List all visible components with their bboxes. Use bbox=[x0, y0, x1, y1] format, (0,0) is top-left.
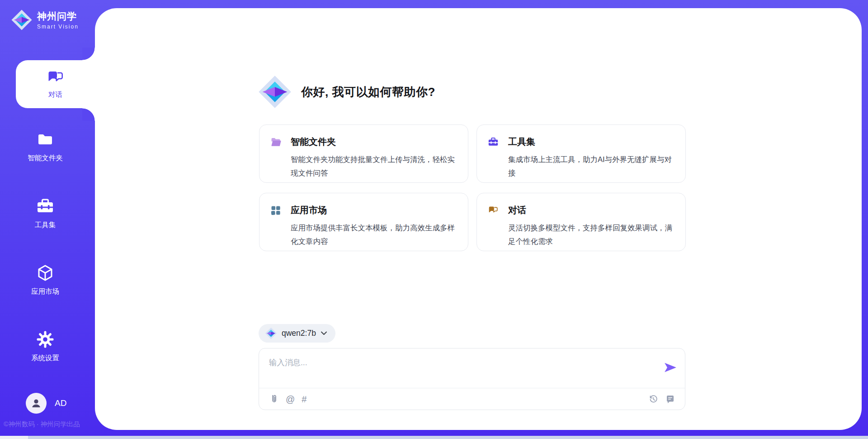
page-title: 你好, 我可以如何帮助你? bbox=[301, 84, 435, 100]
toolbox-icon bbox=[36, 197, 54, 215]
sidebar-item-smart-folder[interactable]: 智能文件夹 bbox=[0, 130, 90, 163]
sidebar-item-toolbox[interactable]: 工具集 bbox=[0, 197, 90, 230]
quick-reply-icon[interactable] bbox=[665, 395, 675, 404]
message-input[interactable] bbox=[259, 348, 685, 387]
greeting: 你好, 我可以如何帮助你? bbox=[258, 74, 435, 110]
chat-bubbles-icon bbox=[488, 205, 499, 216]
sidebar-item-label: 系统设置 bbox=[31, 353, 59, 363]
app-grid-icon bbox=[270, 205, 281, 216]
card-title: 应用市场 bbox=[291, 204, 327, 216]
card-smart-folder[interactable]: 智能文件夹 智能文件夹功能支持批量文件上传与清洗，轻松实现文件问答 bbox=[259, 124, 468, 183]
card-description: 集成市场上主流工具，助力AI与外界无缝扩展与对接 bbox=[488, 153, 674, 180]
avatar bbox=[26, 393, 47, 414]
brand-gem-icon bbox=[11, 9, 33, 31]
composer-divider bbox=[259, 388, 685, 388]
sidebar-footer-credit: ©神州数码 · 神州问学出品 bbox=[4, 420, 99, 429]
card-title: 工具集 bbox=[508, 136, 535, 148]
hashtag-icon[interactable]: # bbox=[302, 395, 307, 404]
cube-icon bbox=[36, 264, 54, 282]
model-selector[interactable]: qwen2:7b bbox=[259, 324, 335, 343]
send-icon[interactable] bbox=[664, 362, 677, 373]
feature-cards: 智能文件夹 智能文件夹功能支持批量文件上传与清洗，轻松实现文件问答 工具集 集成… bbox=[259, 124, 686, 251]
chat-bubbles-icon bbox=[47, 69, 65, 87]
user-name: AD bbox=[55, 398, 66, 408]
brand: 神州问学 Smart Vision bbox=[11, 9, 79, 31]
folder-icon bbox=[36, 130, 54, 148]
composer-actions bbox=[648, 393, 675, 406]
sidebar-item-chat[interactable]: 对话 bbox=[16, 60, 95, 108]
history-icon[interactable] bbox=[648, 394, 658, 404]
mention-icon[interactable]: @ bbox=[286, 395, 295, 404]
composer-tools: @ # bbox=[269, 393, 307, 406]
app-background: 神州问学 Smart Vision 对话 智能文件夹 工具集 bbox=[0, 0, 868, 439]
sidebar-item-label: 应用市场 bbox=[31, 287, 59, 296]
chevron-down-icon bbox=[321, 331, 327, 335]
sidebar-item-app-market[interactable]: 应用市场 bbox=[0, 264, 90, 296]
person-icon bbox=[30, 397, 42, 409]
open-folder-icon bbox=[270, 137, 281, 148]
briefcase-icon bbox=[488, 137, 499, 148]
sidebar-item-label: 对话 bbox=[48, 90, 62, 100]
gear-icon bbox=[36, 330, 54, 348]
horizontal-scrollbar[interactable] bbox=[28, 436, 868, 439]
sidebar-item-label: 智能文件夹 bbox=[28, 153, 63, 163]
paperclip-icon[interactable] bbox=[269, 394, 279, 404]
card-toolbox[interactable]: 工具集 集成市场上主流工具，助力AI与外界无缝扩展与对接 bbox=[476, 124, 686, 183]
active-tab-curve-top bbox=[82, 48, 95, 60]
card-description: 灵活切换多模型文件，支持多样回复效果调试，满足个性化需求 bbox=[488, 221, 674, 248]
main-panel: 你好, 我可以如何帮助你? 智能文件夹 智能文件夹功能支持批量文件上传与清洗，轻… bbox=[95, 8, 862, 430]
scrollbar-corner bbox=[0, 436, 28, 439]
card-app-market[interactable]: 应用市场 应用市场提供丰富长文本模板，助力高效生成多样化文章内容 bbox=[259, 193, 468, 251]
card-title: 智能文件夹 bbox=[291, 136, 336, 148]
card-title: 对话 bbox=[508, 204, 526, 216]
model-name: qwen2:7b bbox=[282, 329, 316, 338]
sidebar-item-settings[interactable]: 系统设置 bbox=[0, 330, 90, 363]
active-tab-curve-bottom bbox=[82, 108, 95, 121]
card-chat[interactable]: 对话 灵活切换多模型文件，支持多样回复效果调试，满足个性化需求 bbox=[476, 193, 686, 251]
model-gem-icon bbox=[265, 327, 277, 339]
brand-name: 神州问学 bbox=[37, 10, 79, 23]
sidebar-item-label: 工具集 bbox=[35, 220, 56, 230]
card-description: 智能文件夹功能支持批量文件上传与清洗，轻松实现文件问答 bbox=[270, 153, 456, 180]
card-description: 应用市场提供丰富长文本模板，助力高效生成多样化文章内容 bbox=[270, 221, 456, 248]
user-account[interactable]: AD bbox=[26, 393, 66, 414]
brand-subtitle: Smart Vision bbox=[37, 24, 79, 30]
composer: @ # bbox=[259, 348, 685, 410]
greeting-gem-icon bbox=[258, 75, 292, 109]
sidebar: 神州问学 Smart Vision 对话 智能文件夹 工具集 bbox=[0, 0, 95, 439]
